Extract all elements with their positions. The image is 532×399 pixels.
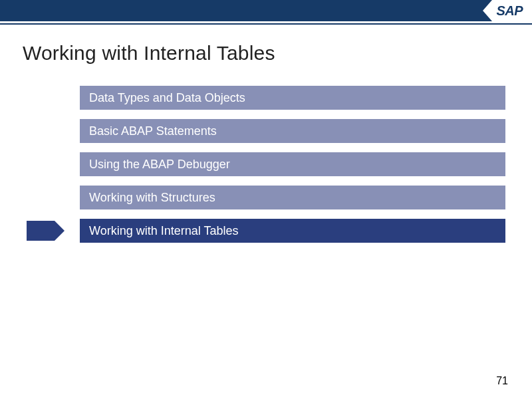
slide-title: Working with Internal Tables <box>23 42 532 65</box>
agenda-label: Basic ABAP Statements <box>89 124 217 138</box>
sap-logo: SAP <box>483 0 532 21</box>
agenda-bar: Working with Structures <box>80 186 505 209</box>
agenda-label: Using the ABAP Debugger <box>89 158 230 172</box>
header-bar: SAP <box>0 0 532 21</box>
agenda-item-active: Working with Internal Tables <box>0 219 532 243</box>
agenda-item: Basic ABAP Statements <box>0 119 532 143</box>
agenda-item: Using the ABAP Debugger <box>0 152 532 176</box>
agenda-bar-active: Working with Internal Tables <box>80 219 505 243</box>
logo-chevron-icon <box>483 0 492 21</box>
agenda-bar: Data Types and Data Objects <box>80 86 505 110</box>
agenda-item: Data Types and Data Objects <box>0 86 532 110</box>
divider <box>0 23 532 25</box>
agenda-bar: Using the ABAP Debugger <box>80 152 505 176</box>
agenda-list: Data Types and Data Objects Basic ABAP S… <box>0 86 532 243</box>
agenda-bar: Basic ABAP Statements <box>80 119 505 143</box>
pointer-cell <box>27 221 80 241</box>
logo-text: SAP <box>496 3 523 19</box>
agenda-label: Working with Structures <box>89 191 215 205</box>
page-number: 71 <box>496 375 508 387</box>
arrow-pointer-icon <box>27 221 65 241</box>
logo-box: SAP <box>492 0 532 21</box>
agenda-label: Working with Internal Tables <box>89 224 238 238</box>
agenda-label: Data Types and Data Objects <box>89 91 245 105</box>
agenda-item: Working with Structures <box>0 186 532 209</box>
